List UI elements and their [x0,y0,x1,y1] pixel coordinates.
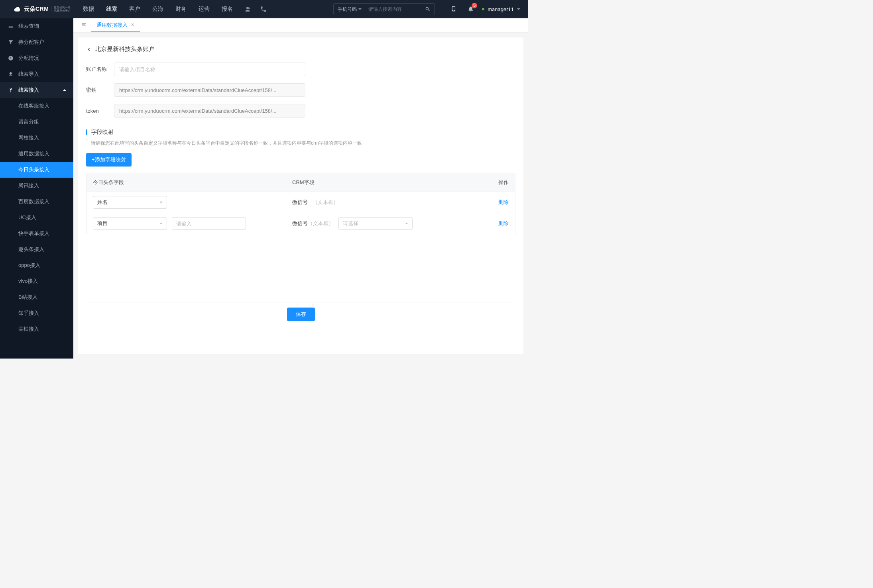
top-nav: 数据 线索 客户 公海 财务 运营 报名 [83,6,233,13]
crm-field-type: （文本框） [308,220,334,226]
crm-field-type: （文本框） [313,199,338,206]
phone-icon[interactable] [260,6,267,13]
chevron-down-icon [517,8,520,12]
table-row: 项目 微信号（文本框） 请选择 删除 [87,213,515,234]
sidebar-sub-online-service[interactable]: 在线客服接入 [0,98,73,114]
close-icon[interactable]: ✕ [131,22,134,27]
table-header: 今日头条字段 CRM字段 操作 [87,173,515,192]
status-dot-icon [482,8,484,10]
sidebar-sub-meiyou[interactable]: 美柚接入 [0,321,73,337]
plug-icon [8,87,14,93]
toutiao-extra-input[interactable] [172,217,246,230]
notification-icon-button[interactable]: 5 [468,5,474,14]
nav-item-data[interactable]: 数据 [83,6,94,13]
tab-label: 通用数据接入 [96,22,128,29]
page: 北京昱新科技头条账户 账户名称 密钥 token 字段映射 [78,37,523,354]
nav-item-clue[interactable]: 线索 [106,6,117,13]
token-label: token [86,108,114,114]
section-bar-icon [86,129,87,135]
nav-item-pool[interactable]: 公海 [152,6,163,13]
sidebar: 线索查询 待分配客户 分配情况 线索导入 线索接入 在线客服接入 留言分组 网校… [0,18,73,359]
page-footer: 保存 [86,302,515,326]
menu-icon [81,22,87,27]
nav-item-operation[interactable]: 运营 [199,6,210,13]
logo-brand: 云朵CRM [24,6,49,13]
content: 通用数据接入 ✕ 北京昱新科技头条账户 账户名称 密钥 t [73,18,528,359]
sidebar-sub-kuaishou[interactable]: 快手表单接入 [0,225,73,241]
page-title: 北京昱新科技头条账户 [95,45,155,53]
col-header-toutiao: 今日头条字段 [93,179,292,186]
user-name: manager11 [488,6,514,12]
crm-field-label: 微信号 [292,199,308,206]
search-icon [425,6,431,12]
search-input[interactable] [365,6,421,12]
topbar: 云朵CRM 教育机构一站 式服务云平台 数据 线索 客户 公海 财务 运营 报名… [0,0,528,18]
user-menu[interactable]: manager11 [482,6,520,12]
back-icon[interactable] [86,47,92,52]
logo-subtitle: 教育机构一站 式服务云平台 [51,6,71,12]
secret-input[interactable] [114,83,305,97]
sidebar-sub-zhihu[interactable]: 知乎接入 [0,305,73,321]
account-name-input[interactable] [114,63,305,76]
save-button[interactable]: 保存 [287,308,315,321]
toutiao-field-select[interactable]: 姓名 [93,196,167,209]
nav-item-customer[interactable]: 客户 [129,6,140,13]
search-group: 手机号码 [333,3,435,15]
table-row: 姓名 微信号（文本框） 删除 [87,192,515,213]
list-icon [8,24,14,29]
clock-icon [8,55,14,61]
delete-button[interactable]: 删除 [498,199,509,205]
mapping-title: 字段映射 [91,129,114,136]
sidebar-sub-general-data[interactable]: 通用数据接入 [0,146,73,162]
mobile-icon-button[interactable] [451,5,456,14]
delete-button[interactable]: 删除 [498,220,509,226]
account-name-label: 账户名称 [86,66,114,73]
sidebar-sub-vivo[interactable]: vivo接入 [0,273,73,289]
filter-icon [8,39,14,45]
import-icon [8,71,14,77]
search-button[interactable] [421,6,435,12]
chevron-up-icon [63,88,66,91]
sidebar-sub-message-group[interactable]: 留言分组 [0,114,73,130]
sidebar-sub-uc[interactable]: UC接入 [0,210,73,225]
sidebar-item-allocation[interactable]: 分配情况 [0,50,73,66]
logo[interactable]: 云朵CRM 教育机构一站 式服务云平台 [0,5,73,13]
logo-icon [14,5,22,13]
user-add-icon[interactable] [244,6,251,13]
sidebar-item-clue-query[interactable]: 线索查询 [0,18,73,34]
sidebar-sub-toutiao[interactable]: 今日头条接入 [0,162,73,178]
tabs-toggle[interactable] [77,22,91,29]
nav-item-finance[interactable]: 财务 [175,6,187,13]
sidebar-sub-baidu[interactable]: 百度数据接入 [0,194,73,210]
sidebar-sub-qutoutiao[interactable]: 趣头条接入 [0,241,73,257]
sidebar-item-pending[interactable]: 待分配客户 [0,34,73,50]
mapping-hint: 请确保您在此填写的头条自定义字段名称与在今日头条平台中自定义的字段名称一致，并且… [86,140,515,147]
token-input[interactable] [114,104,305,118]
notification-badge: 5 [472,3,477,8]
sidebar-sub-tencent[interactable]: 腾讯接入 [0,178,73,194]
col-header-action: 操作 [485,179,509,186]
sidebar-item-import[interactable]: 线索导入 [0,66,73,82]
toutiao-field-select[interactable]: 项目 [93,217,167,230]
crm-field-label: 微信号 [292,220,308,226]
sidebar-group-integration[interactable]: 线索接入 [0,82,73,98]
tabs-bar: 通用数据接入 ✕ [73,18,528,33]
crm-field-select[interactable]: 请选择 [338,217,413,230]
sidebar-sub-school[interactable]: 网校接入 [0,130,73,146]
nav-item-signup[interactable]: 报名 [222,6,233,13]
secret-label: 密钥 [86,86,114,94]
sidebar-sub-bilibili[interactable]: B站接入 [0,289,73,305]
search-type-select[interactable]: 手机号码 [334,4,365,15]
add-mapping-button[interactable]: +添加字段映射 [86,153,132,167]
col-header-crm: CRM字段 [292,179,485,186]
sidebar-sub-oppo[interactable]: oppo接入 [0,257,73,273]
tab-general-data[interactable]: 通用数据接入 ✕ [91,18,140,32]
mapping-table: 今日头条字段 CRM字段 操作 姓名 微信号（文本框） 删除 [86,173,515,234]
mobile-icon [451,5,456,12]
